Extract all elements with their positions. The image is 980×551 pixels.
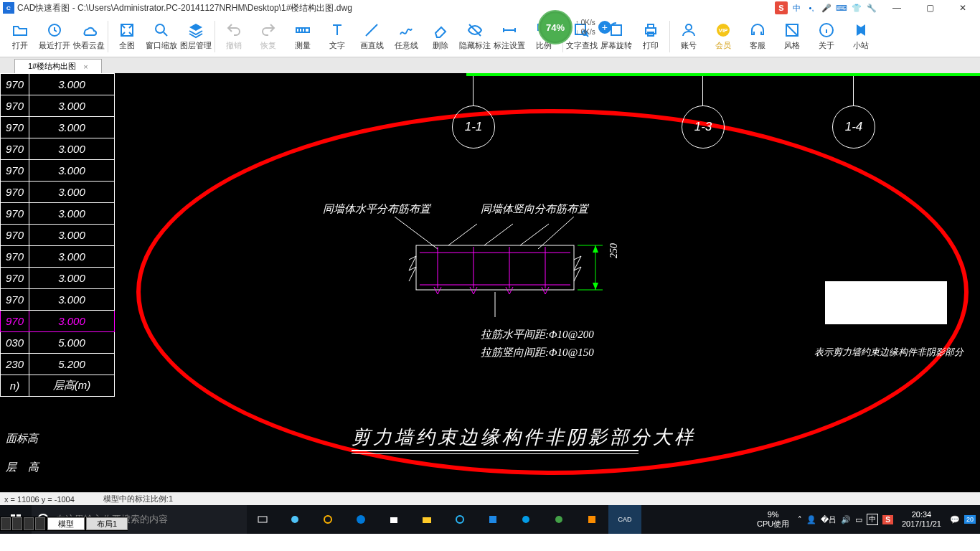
- svg-line-18: [538, 217, 574, 249]
- toolbar-user-button[interactable]: 账号: [672, 17, 706, 56]
- toolbar-text-button[interactable]: 文字: [320, 17, 354, 56]
- toolbar-layers-button[interactable]: 图层管理: [179, 17, 213, 56]
- table-cell: 3.000: [29, 225, 115, 246]
- zoomwin-icon: [153, 22, 170, 39]
- tray-badge[interactable]: 20: [964, 515, 976, 524]
- marker-leader-2: [702, 76, 703, 106]
- toolbar-hide-button[interactable]: 隐藏标注: [458, 17, 492, 56]
- tab-nav-last[interactable]: [35, 517, 45, 530]
- ime-s-icon[interactable]: S: [775, 1, 788, 14]
- svg-point-40: [291, 516, 298, 523]
- toolbar-print-button[interactable]: 打印: [633, 17, 668, 56]
- tray-network-icon[interactable]: �吕: [821, 514, 837, 525]
- canvas-main[interactable]: 1-1 1-3 1-4 同墙体水平分布筋布置 同墙体竖向分布筋布置: [115, 73, 980, 492]
- taskbar-app-edge[interactable]: [344, 505, 377, 534]
- detail-title: 剪力墙约束边缘构件非阴影部分大样: [352, 425, 696, 450]
- taskbar-app-explorer[interactable]: [410, 505, 443, 534]
- svg-rect-10: [648, 24, 654, 28]
- toolbar-label: 打开: [12, 40, 28, 51]
- document-tab[interactable]: 1#楼结构出图 ×: [14, 59, 102, 73]
- minimize-button[interactable]: —: [882, 0, 911, 16]
- toolbar-dimset-button[interactable]: 标注设置: [492, 17, 527, 56]
- tab-nav-next[interactable]: [24, 517, 34, 530]
- grid-marker-1: 1-1: [452, 105, 495, 149]
- toolbar-vip-button[interactable]: VIP会员: [706, 17, 740, 56]
- tray-people-icon[interactable]: 👤: [806, 515, 816, 524]
- toolbar-label: 打印: [643, 40, 659, 51]
- headset-icon: [749, 22, 766, 39]
- toolbar-style-button[interactable]: 风格: [775, 17, 809, 56]
- taskbar-app-3[interactable]: [476, 505, 509, 534]
- toolbar-open-button[interactable]: 打开: [3, 17, 37, 56]
- toolbar-extent-button[interactable]: 全图: [110, 17, 144, 56]
- marker-leader-1: [473, 76, 473, 106]
- taskbar-app-5[interactable]: [542, 505, 575, 534]
- toolbar-erase-button[interactable]: 删除: [423, 17, 458, 56]
- drawing-canvas[interactable]: 9703.0009703.0009703.0009703.0009703.000…: [0, 73, 980, 492]
- ime-tool-icon[interactable]: 🔧: [865, 1, 878, 14]
- measure-icon: [294, 22, 311, 39]
- model-tab[interactable]: 模型: [47, 517, 85, 530]
- taskbar-app-6[interactable]: [575, 505, 608, 534]
- toolbar-redo-button[interactable]: 恢复: [251, 17, 286, 56]
- svg-rect-22: [416, 245, 574, 290]
- titlebar: C CAD快速看图 - C:\Users\Administrator.PC-20…: [0, 0, 980, 16]
- maximize-button[interactable]: ▢: [915, 0, 944, 16]
- table-cell: 970: [1, 117, 29, 138]
- tray-battery-icon[interactable]: ▭: [855, 515, 862, 524]
- taskbar-app-ie[interactable]: [443, 505, 476, 534]
- svg-point-12: [686, 24, 692, 30]
- document-tabbar: 1#楼结构出图 ×: [0, 57, 980, 73]
- toolbar-cloud-button[interactable]: 快看云盘: [72, 17, 106, 56]
- toolbar-poly-button[interactable]: 任意线: [389, 17, 423, 56]
- taskbar-app-store[interactable]: [377, 505, 410, 534]
- ime-punct-icon[interactable]: •,: [805, 1, 818, 14]
- tray-volume-icon[interactable]: 🔊: [841, 515, 851, 524]
- svg-point-45: [456, 516, 463, 523]
- toolbar-measure-button[interactable]: 测量: [286, 17, 320, 56]
- layout-tab-1[interactable]: 布局1: [86, 517, 128, 530]
- toolbar-undo-button[interactable]: 撤销: [217, 17, 251, 56]
- toolbar-site-button[interactable]: 小站: [844, 17, 878, 56]
- system-tray: 9%CPU使用 ˄ 👤 �吕 🔊 ▭ 中 S 20:342017/11/21 💬…: [753, 505, 980, 534]
- section-detail-drawing: [395, 217, 639, 317]
- cloud-icon: [80, 22, 98, 39]
- tab-nav-prev[interactable]: [12, 517, 22, 530]
- network-speed-badge[interactable]: 74% ↑ 0K/s ↓ 0K/s +: [538, 10, 611, 44]
- toolbar-label: 快看云盘: [73, 40, 105, 51]
- tab-nav-first[interactable]: [1, 517, 11, 530]
- toolbar-line-button[interactable]: 画直线: [354, 17, 389, 56]
- toolbar-recent-button[interactable]: 最近打开: [37, 17, 72, 56]
- toolbar-headset-button[interactable]: 客服: [740, 17, 775, 56]
- toolbar-separator: [669, 21, 670, 52]
- taskbar-app-1[interactable]: [278, 505, 311, 534]
- tray-ime-zhong[interactable]: 中: [867, 514, 878, 525]
- layers-icon: [187, 22, 204, 39]
- table-cell: 970: [1, 268, 29, 289]
- svg-point-42: [357, 515, 365, 524]
- close-button[interactable]: ✕: [948, 0, 977, 16]
- ime-skin-icon[interactable]: 👕: [850, 1, 863, 14]
- table-cell: 3.000: [29, 182, 115, 203]
- table-cell: 970: [1, 182, 29, 203]
- taskbar-app-4[interactable]: [509, 505, 542, 534]
- toolbar-about-button[interactable]: 关于: [809, 17, 844, 56]
- ime-keyboard-icon[interactable]: ⌨: [835, 1, 848, 14]
- table-cell: 层高(m): [29, 375, 115, 397]
- text-icon: [329, 22, 346, 39]
- tray-ime-s[interactable]: S: [882, 515, 893, 524]
- taskbar-app-cad[interactable]: CAD: [608, 505, 641, 534]
- toolbar-zoomwin-button[interactable]: 窗口缩放: [144, 17, 179, 56]
- user-icon: [680, 22, 697, 39]
- ime-mic-icon[interactable]: 🎤: [820, 1, 833, 14]
- svg-rect-8: [611, 25, 621, 35]
- tray-notifications-icon[interactable]: 💬: [950, 515, 960, 524]
- task-view-button[interactable]: [247, 505, 278, 534]
- taskbar-app-2[interactable]: [311, 505, 344, 534]
- speed-plus-icon[interactable]: +: [598, 21, 611, 34]
- tray-chevron-up-icon[interactable]: ˄: [798, 515, 802, 524]
- cpu-meter[interactable]: 9%CPU使用: [753, 510, 793, 529]
- tray-clock[interactable]: 20:342017/11/21: [897, 510, 946, 529]
- ime-zhong-icon[interactable]: 中: [790, 1, 803, 14]
- tab-close-icon[interactable]: ×: [83, 62, 88, 71]
